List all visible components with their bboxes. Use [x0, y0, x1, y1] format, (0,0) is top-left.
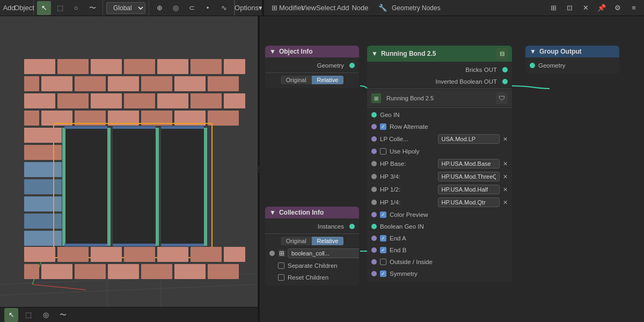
- menu-select-node[interactable]: Select: [319, 1, 333, 15]
- menu-node[interactable]: Node: [353, 1, 367, 15]
- hp-14-clear[interactable]: ✕: [503, 199, 508, 206]
- separate-children-row: Separate Children: [265, 260, 359, 272]
- coll-relative-btn[interactable]: Relative: [312, 237, 344, 245]
- object-info-arrow: ▼: [269, 48, 276, 55]
- hp-34-clear[interactable]: ✕: [503, 173, 508, 180]
- pin-button[interactable]: 📌: [595, 1, 609, 15]
- group-output-header[interactable]: ▼ Group Output: [525, 46, 619, 57]
- relative-btn[interactable]: Relative: [312, 76, 344, 84]
- proportional-icon[interactable]: ◎: [169, 1, 182, 15]
- geometry-label: Geometry: [269, 62, 344, 69]
- instances-label: Instances: [269, 223, 344, 230]
- screen-icon[interactable]: ⊞: [546, 1, 560, 15]
- svg-rect-40: [24, 162, 62, 177]
- editor-title: Geometry Nodes: [392, 4, 441, 12]
- vp-lasso-tool[interactable]: 〜: [56, 308, 70, 322]
- object-info-toggle: Original Relative: [281, 76, 344, 84]
- group-output-geometry-row: Geometry: [525, 60, 619, 71]
- hp-12-input[interactable]: [438, 185, 500, 194]
- running-bond-header[interactable]: ▼ Running Bond 2.5 ⊟: [367, 46, 512, 62]
- color-preview-checkbox[interactable]: [380, 211, 386, 218]
- lp-colle-label: LP Colle...: [380, 136, 435, 142]
- original-btn[interactable]: Original: [281, 76, 312, 84]
- svg-rect-8: [57, 59, 89, 74]
- row-alternate-checkbox[interactable]: [380, 123, 386, 130]
- menu-add-node[interactable]: Add: [336, 1, 350, 15]
- area-icon[interactable]: ⊡: [562, 1, 576, 15]
- reset-children-row: Reset Children: [265, 272, 359, 283]
- reset-children-label: Reset Children: [288, 274, 355, 281]
- boolean-geo-label: Boolean Geo IN: [380, 223, 508, 230]
- hp-12-clear[interactable]: ✕: [503, 186, 508, 193]
- vp-cursor-tool[interactable]: ↖: [4, 308, 18, 322]
- collection-info-header[interactable]: ▼ Collection Info: [265, 207, 359, 218]
- running-bond-arrow: ▼: [371, 50, 378, 57]
- hp-base-input[interactable]: [438, 159, 500, 169]
- svg-rect-9: [91, 59, 122, 74]
- hp-34-socket: [371, 174, 377, 179]
- hp-14-input[interactable]: [438, 197, 500, 207]
- symmetry-checkbox[interactable]: [380, 270, 386, 277]
- object-info-geometry-row: Geometry: [265, 60, 359, 71]
- bricks-out-socket: [502, 67, 508, 72]
- tool-circle-select[interactable]: ○: [69, 1, 83, 15]
- wave-icon[interactable]: ∿: [217, 1, 231, 15]
- coll-original-btn[interactable]: Original: [281, 237, 312, 245]
- running-bond-body: Bricks OUT Inverted Boolean OUT ⊞ Runnin…: [367, 62, 512, 282]
- menu-view-node[interactable]: View: [302, 1, 316, 15]
- render-icon[interactable]: 🔧: [376, 1, 390, 15]
- group-output-node: ▼ Group Output Geometry: [525, 46, 619, 74]
- collection-input-field[interactable]: boolean_coll...: [288, 248, 359, 258]
- extra-icon2[interactable]: ≡: [627, 1, 641, 15]
- running-bond-node: ▼ Running Bond 2.5 ⊟ Bricks OUT Inverted…: [367, 46, 512, 282]
- collection-info-body: Instances Original Relative: [265, 218, 359, 286]
- svg-rect-12: [191, 59, 222, 74]
- use-hipoly-checkbox[interactable]: [380, 148, 386, 155]
- end-b-row: End B: [367, 244, 512, 256]
- svg-rect-26: [191, 93, 222, 108]
- dot-icon[interactable]: •: [201, 1, 215, 15]
- tool-cursor[interactable]: ↖: [37, 1, 51, 15]
- menu-object[interactable]: Object: [17, 1, 31, 15]
- svg-rect-36: [113, 128, 156, 246]
- object-info-header[interactable]: ▼ Object Info: [265, 46, 359, 57]
- vp-box-tool[interactable]: ⬚: [21, 308, 35, 322]
- close-editor-icon[interactable]: ✕: [579, 1, 592, 15]
- svg-rect-48: [24, 128, 62, 143]
- collection-info-node: ▼ Collection Info Instances Original: [265, 207, 359, 286]
- hp-14-label: HP 1/4:: [380, 199, 435, 206]
- shield-button[interactable]: 🛡: [496, 92, 508, 104]
- svg-rect-65: [204, 128, 207, 246]
- copy-icon-btn[interactable]: ⊟: [496, 48, 508, 60]
- outside-inside-checkbox[interactable]: [380, 259, 386, 265]
- options-button[interactable]: Options ▾: [241, 1, 255, 15]
- hp-34-row: HP 3/4: ✕: [367, 170, 512, 183]
- extra-icon1[interactable]: ⚙: [611, 1, 625, 15]
- symmetry-label: Symmetry: [390, 270, 508, 277]
- lp-input[interactable]: [438, 134, 500, 144]
- hp-base-clear[interactable]: ✕: [503, 160, 508, 167]
- collection-info-arrow: ▼: [269, 209, 276, 216]
- hp-12-row: HP 1/2: ✕: [367, 183, 512, 196]
- lp-clear-btn[interactable]: ✕: [503, 136, 508, 143]
- proportional2-icon[interactable]: ⊂: [185, 1, 199, 15]
- tool-box-select[interactable]: ⬚: [53, 1, 67, 15]
- reset-children-checkbox[interactable]: [278, 274, 284, 281]
- svg-rect-62: [208, 264, 239, 279]
- menu-modifier[interactable]: Modifier: [284, 1, 298, 15]
- separate-children-checkbox[interactable]: [278, 262, 284, 269]
- snap-icon[interactable]: ⊕: [152, 1, 166, 15]
- inverted-socket: [502, 79, 508, 84]
- end-a-label: End A: [390, 235, 508, 241]
- svg-rect-14: [24, 76, 39, 91]
- vp-circle-tool[interactable]: ◎: [39, 308, 53, 322]
- end-b-checkbox[interactable]: [380, 247, 386, 253]
- hp-34-input[interactable]: [438, 172, 500, 181]
- tool-lasso-select[interactable]: 〜: [85, 1, 99, 15]
- collection-instances-row: Instances: [265, 221, 359, 232]
- end-a-checkbox[interactable]: [380, 235, 386, 241]
- object-info-toggle-row: Original Relative: [265, 74, 359, 86]
- transform-orientation[interactable]: Global: [106, 2, 145, 14]
- object-info-title: Object Info: [279, 48, 313, 55]
- hp-base-row: HP Base: ✕: [367, 157, 512, 170]
